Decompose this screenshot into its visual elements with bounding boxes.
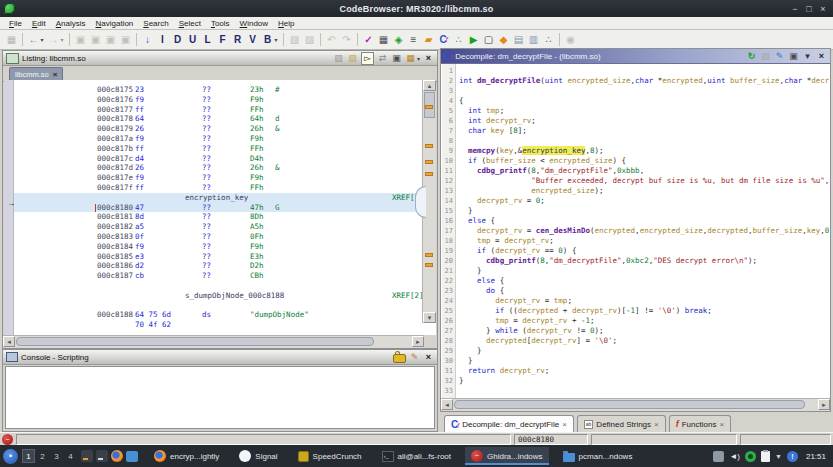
listing-row[interactable] xyxy=(14,301,422,311)
copy-icon[interactable]: ▨ xyxy=(333,53,344,64)
code-line[interactable]: 5 int tmp; xyxy=(442,106,829,116)
scroll-down-icon[interactable]: ▼ xyxy=(423,312,436,323)
tab-libcmm-so[interactable]: libcmm.so × xyxy=(9,67,63,81)
tab-close-icon[interactable]: × xyxy=(53,70,58,79)
listing-row[interactable]: 000c817ef9??F9h xyxy=(14,173,422,183)
code-line[interactable]: 18 tmp = decrypt_rv; xyxy=(442,236,829,246)
scrollbar-thumb[interactable] xyxy=(454,400,805,409)
snapshot-icon[interactable]: ▣ xyxy=(788,51,799,62)
listing-row[interactable]: 000c8182a5??A5h xyxy=(14,222,422,232)
shade-icon[interactable] xyxy=(81,450,93,462)
listing-content[interactable]: → 000c817523??23h#000c8176f9??F9h000c817… xyxy=(4,80,436,335)
menu-navigation[interactable]: Navigation xyxy=(91,19,139,28)
close-icon[interactable]: × xyxy=(816,51,827,62)
decompile-horizontal-scrollbar[interactable]: ◄ ► xyxy=(441,398,830,411)
menu-window[interactable]: Window xyxy=(235,19,273,28)
menu-search[interactable]: Search xyxy=(138,19,173,28)
tab-functions[interactable]: fFunctions× xyxy=(669,415,731,432)
copy-icon[interactable]: ▨ xyxy=(760,51,771,62)
listing-header[interactable]: Listing: libcmm.so ▨▨▻⇄▣▦▾× xyxy=(3,51,437,66)
clipboard-icon[interactable] xyxy=(761,451,770,462)
validate-icon[interactable]: ✓ xyxy=(362,32,375,48)
status-green-icon[interactable] xyxy=(745,451,756,462)
window-stack-icon[interactable]: ▥ xyxy=(527,32,540,48)
listing-row[interactable]: 000c817d26??26h& xyxy=(14,163,422,173)
data-type-u-icon[interactable]: U xyxy=(186,32,199,48)
task-signal[interactable]: Signal xyxy=(233,447,283,465)
disassemble-icon[interactable]: ↓ xyxy=(141,32,154,48)
code-line[interactable]: 7 char key [8]; xyxy=(442,126,829,136)
task-ali-ali-fs-root[interactable]: ›_ali@ali...fs-root xyxy=(376,447,457,465)
decompile-content[interactable]: 12int dm_decryptFile(uint encrypted_size… xyxy=(442,64,829,398)
listing-row[interactable]: 000c818047??47hG xyxy=(14,203,422,213)
listing-row[interactable]: 000c81818d??8Dh xyxy=(14,212,422,222)
firefox-launcher-icon[interactable] xyxy=(111,450,123,462)
tab-close-icon[interactable]: × xyxy=(654,420,659,429)
workspace-2[interactable]: 2 xyxy=(36,449,49,463)
code-line[interactable]: 24 decrypt_rv = tmp; xyxy=(442,296,829,306)
listing-vertical-scrollbar[interactable]: ▲ ▼ xyxy=(422,80,436,323)
workspace-4[interactable]: 4 xyxy=(64,449,77,463)
menu-tools[interactable]: Tools xyxy=(206,19,235,28)
function-graph-icon[interactable]: ∴ xyxy=(452,32,465,48)
code-line[interactable]: 21 } xyxy=(442,266,829,276)
code-line[interactable]: 15 } xyxy=(442,206,829,216)
task-pcman-ndows[interactable]: pcman...ndows xyxy=(557,447,639,465)
listing-row[interactable]: 000c8177ff??FFh xyxy=(14,105,422,115)
tray-box-icon[interactable] xyxy=(713,451,724,462)
window-menu-icon-dropdown[interactable]: ▾ xyxy=(417,55,420,62)
listing-row[interactable]: 000c8185e3??E3h xyxy=(14,252,422,262)
listing-label-row[interactable]: s_dumpObjNode_000c8188XREF[2] xyxy=(14,291,422,301)
code-line[interactable]: 4{ xyxy=(442,96,829,106)
minimize-button[interactable]: − xyxy=(789,3,801,15)
change-marker[interactable] xyxy=(425,160,433,164)
decompiler-icon[interactable]: Cf xyxy=(437,32,450,48)
open-program-icon[interactable]: ▰ xyxy=(422,32,435,48)
listing-row[interactable]: 000c8176f9??F9h xyxy=(14,95,422,105)
data-type-i-icon[interactable]: I xyxy=(156,32,169,48)
back-dropdown-icon[interactable]: ▾ xyxy=(39,32,45,48)
listing-row[interactable]: 000c817fff??FFh xyxy=(14,183,422,193)
diff-view-icon[interactable]: ⇄ xyxy=(377,53,388,64)
tab-close-icon[interactable]: × xyxy=(719,420,724,429)
code-line[interactable]: 28 decrypted[decrypt_rv] = '\0'; xyxy=(442,336,829,346)
listing-row[interactable]: 000c8186d2??D2h xyxy=(14,261,422,271)
window-menu-icon[interactable]: ▦ xyxy=(405,53,416,64)
listing-row[interactable]: 000c81830f??0Fh xyxy=(14,232,422,242)
code-line[interactable]: 25 if ((decrypted + decrypt_rv)[-1] != '… xyxy=(442,306,829,316)
listing-row[interactable]: 000c8187cb??CBh xyxy=(14,271,422,281)
console-header[interactable]: Console - Scripting ✎× xyxy=(3,350,437,365)
listing-row[interactable]: 70 4f 62 xyxy=(14,320,422,330)
scrollbar-thumb[interactable] xyxy=(16,337,374,346)
listing-label-row[interactable]: encryption_keyXREF[1] xyxy=(14,193,422,203)
code-line[interactable]: 32} xyxy=(442,376,829,386)
decompile-header[interactable]: Cf Decompile: dm_decryptFile - (libcmm.s… xyxy=(441,49,830,64)
change-marker[interactable] xyxy=(425,144,433,148)
hierarchy-icon[interactable]: ∴ xyxy=(542,32,555,48)
tab-close-icon[interactable]: × xyxy=(562,420,567,429)
start-menu-icon[interactable]: • xyxy=(3,449,18,464)
window-split-icon[interactable]: ▤ xyxy=(512,32,525,48)
code-line[interactable]: 8 xyxy=(442,136,829,146)
code-line[interactable]: 26 tmp = decrypt_rv + -1; xyxy=(442,316,829,326)
memory-map-icon[interactable]: ▦ xyxy=(377,32,390,48)
paste-icon[interactable]: ▨ xyxy=(347,53,358,64)
data-type-d-icon[interactable]: D xyxy=(171,32,184,48)
restore-button[interactable]: □ xyxy=(803,3,815,15)
close-icon[interactable]: × xyxy=(423,352,434,363)
change-marker[interactable] xyxy=(425,253,433,257)
iconify-icon[interactable] xyxy=(96,450,108,462)
data-type-v-icon[interactable]: V xyxy=(246,32,259,48)
notification-icon[interactable]: ! xyxy=(787,451,798,462)
code-line[interactable]: 11 cdbg_printf(8,"dm_decryptFile",0xbbb, xyxy=(442,166,829,176)
code-line[interactable]: 9 memcpy(key,&encryption_key,8); xyxy=(442,146,829,156)
change-marker[interactable] xyxy=(425,263,433,267)
data-type-r-icon[interactable]: R xyxy=(231,32,244,48)
listing-row[interactable]: 000c817bff??FFh xyxy=(14,144,422,154)
menu-edit[interactable]: Edit xyxy=(27,19,51,28)
workspace-1[interactable]: 1 xyxy=(22,449,35,463)
listing-row[interactable]: 000c817af9??F9h xyxy=(14,134,422,144)
scroll-left-icon[interactable]: ◄ xyxy=(3,336,15,347)
code-line[interactable]: 10 if (buffer_size < encrypted_size) { xyxy=(442,156,829,166)
close-button[interactable]: × xyxy=(817,3,829,15)
